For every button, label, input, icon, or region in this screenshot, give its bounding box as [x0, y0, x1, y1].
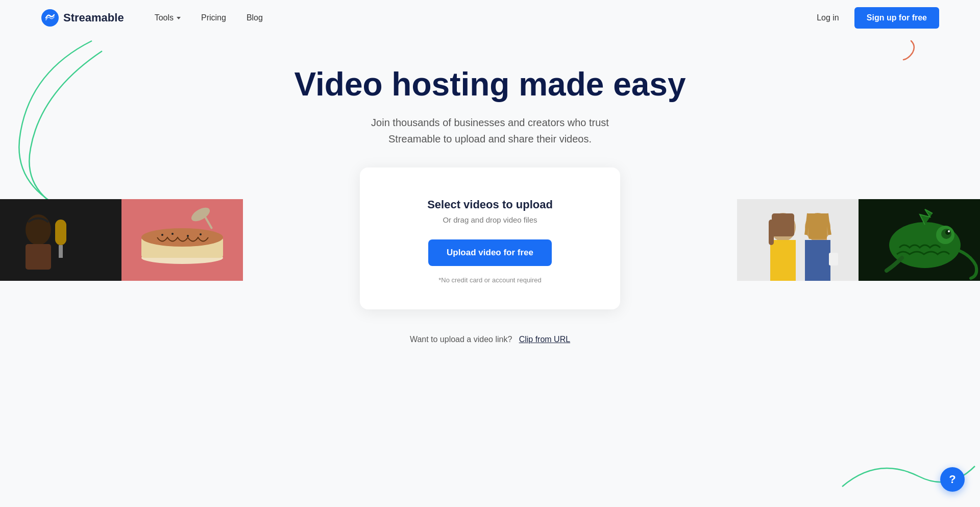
- pricing-nav-link[interactable]: Pricing: [201, 13, 226, 22]
- upload-card: Select videos to upload Or drag and drop…: [360, 167, 620, 309]
- logo-text: Streamable: [63, 11, 124, 25]
- login-link[interactable]: Log in: [817, 13, 839, 22]
- upload-video-button[interactable]: Upload video for free: [428, 239, 552, 266]
- tools-nav-link[interactable]: Tools: [155, 13, 181, 22]
- clip-from-url-link[interactable]: Clip from URL: [519, 335, 570, 344]
- tools-chevron-icon: [177, 17, 181, 19]
- hero-subtitle: Join thousands of businesses and creator…: [362, 114, 618, 147]
- signup-button[interactable]: Sign up for free: [854, 7, 939, 29]
- upload-card-subtitle: Or drag and drop video files: [380, 215, 600, 224]
- hero-title: Video hosting made easy: [10, 66, 970, 102]
- help-button[interactable]: ?: [940, 467, 965, 492]
- nav-actions: Log in Sign up for free: [817, 7, 939, 29]
- nav-links: Tools Pricing Blog: [155, 13, 817, 22]
- upload-card-title: Select videos to upload: [380, 198, 600, 211]
- logo-icon: [41, 9, 59, 27]
- logo[interactable]: Streamable: [41, 9, 124, 27]
- blog-nav-link[interactable]: Blog: [247, 13, 263, 22]
- navigation: Streamable Tools Pricing Blog Log in Sig…: [0, 0, 980, 36]
- hero-section: Video hosting made easy Join thousands o…: [0, 36, 980, 365]
- no-credit-text: *No credit card or account required: [380, 276, 600, 284]
- bottom-text: Want to upload a video link? Clip from U…: [10, 335, 970, 344]
